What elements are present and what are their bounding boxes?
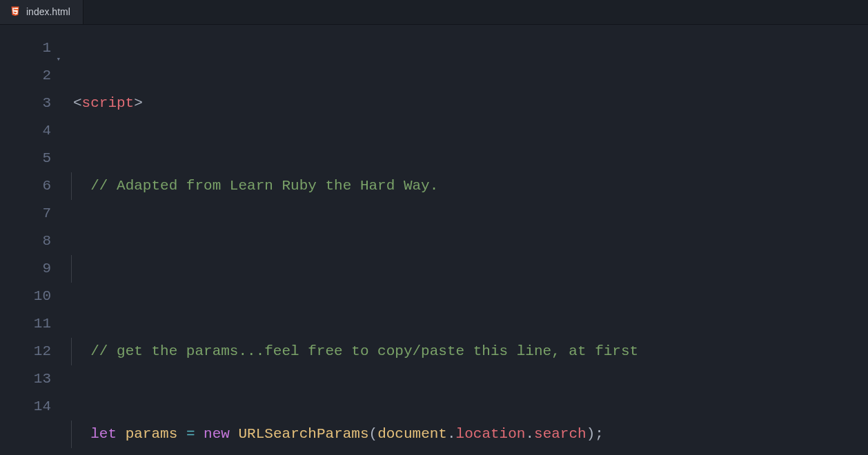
fold-arrow-icon[interactable]: ▾	[56, 46, 61, 73]
line-number: 2	[0, 62, 51, 90]
line-number: 13	[0, 365, 51, 393]
line-number: 12	[0, 338, 51, 365]
code-editor: index.html 1▾ 2 3 4 5 6 7 8 9 10 11 12 1…	[0, 0, 868, 455]
code-line: // Adapted from Learn Ruby the Hard Way.	[73, 172, 868, 200]
code-line: let params = new URLSearchParams(documen…	[73, 421, 868, 448]
line-number: 10	[0, 283, 51, 310]
line-number: 9	[0, 255, 51, 283]
html5-icon	[10, 6, 21, 19]
code-content[interactable]: <script> // Adapted from Learn Ruby the …	[55, 34, 868, 455]
code-line: // get the params...feel free to copy/pa…	[73, 338, 868, 365]
line-number: 7	[0, 200, 51, 228]
line-number: 4	[0, 117, 51, 145]
line-number: 11	[0, 310, 51, 338]
line-number: 1▾	[0, 34, 51, 62]
line-number: 8	[0, 228, 51, 255]
line-number-gutter: 1▾ 2 3 4 5 6 7 8 9 10 11 12 13 14	[0, 34, 55, 455]
tab-label: index.html	[26, 6, 70, 17]
code-line	[73, 255, 868, 283]
tab-index-html[interactable]: index.html	[0, 0, 83, 24]
line-number: 5	[0, 145, 51, 172]
code-area[interactable]: 1▾ 2 3 4 5 6 7 8 9 10 11 12 13 14 <scrip…	[0, 25, 868, 455]
line-number: 6	[0, 172, 51, 200]
line-number: 14	[0, 393, 51, 421]
tab-bar: index.html	[0, 0, 868, 25]
code-line: <script>	[73, 90, 868, 117]
line-number: 3	[0, 90, 51, 117]
